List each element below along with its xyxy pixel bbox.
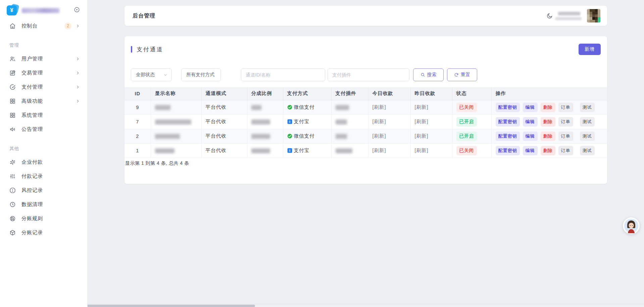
floating-avatar-button[interactable] <box>623 217 640 234</box>
chevron-right-icon <box>76 99 80 103</box>
orders-button[interactable]: 订单 <box>558 117 573 126</box>
edit-button[interactable]: 编辑 <box>523 117 538 126</box>
cell-channel-mode: 平台代收 <box>201 143 247 158</box>
cell-yesterday-income: [刷新] <box>410 129 452 143</box>
sidebar-item-corporate-payment[interactable]: 企业付款 <box>0 155 87 169</box>
sidebar-item-dashboard[interactable]: 控制台 2 <box>0 19 87 33</box>
payment-method-select[interactable]: 所有支付方式 <box>181 68 221 81</box>
search-button[interactable]: 搜索 <box>413 68 444 81</box>
edit-button[interactable]: 编辑 <box>523 132 538 141</box>
orders-button[interactable]: 订单 <box>558 132 573 141</box>
refresh-link[interactable]: [刷新] <box>415 133 429 139</box>
channels-table: ID 显示名称 通道模式 分成比例 支付方式 支付插件 今日收款 昨日收款 状态… <box>125 87 607 158</box>
edit-icon <box>9 70 16 76</box>
configure-keys-button[interactable]: 配置密钥 <box>496 146 520 155</box>
table-header-row: ID 显示名称 通道模式 分成比例 支付方式 支付插件 今日收款 昨日收款 状态… <box>125 87 607 100</box>
configure-keys-button[interactable]: 配置密钥 <box>496 103 520 112</box>
table-row: 9 平台代收 微信支付 [刷新] [刷新] <box>125 100 607 114</box>
cell-yesterday-income: [刷新] <box>410 114 452 129</box>
sidebar-item-label: 控制台 <box>21 23 38 29</box>
sidebar-item-transaction-management[interactable]: 交易管理 <box>0 66 87 80</box>
cell-split-ratio-redacted <box>247 100 283 114</box>
sidebar: ¥ 控制台 2 管理 用户管理 <box>0 0 88 307</box>
delete-button[interactable]: 删除 <box>541 132 555 141</box>
refresh-link[interactable]: [刷新] <box>415 148 429 153</box>
col-header-id: ID <box>125 87 151 100</box>
cell-id: 7 <box>125 114 151 129</box>
sidebar-collapse-icon[interactable] <box>74 7 80 13</box>
brand-name-redacted <box>22 8 59 13</box>
sidebar-item-payment-management[interactable]: 支付管理 <box>0 80 87 94</box>
configure-keys-button[interactable]: 配置密钥 <box>496 132 520 141</box>
sidebar-item-split-rules[interactable]: 分账规则 <box>0 211 87 225</box>
sidebar-item-system-management[interactable]: 系统管理 <box>0 108 87 122</box>
dark-mode-moon-icon[interactable] <box>546 13 553 19</box>
status-select-value: 全部状态 <box>136 72 155 78</box>
sidebar-item-data-cleanup[interactable]: 数据清理 <box>0 197 87 211</box>
test-button[interactable]: 测试 <box>580 103 595 112</box>
col-header-channel-mode: 通道模式 <box>201 87 247 100</box>
col-header-status: 状态 <box>452 87 491 100</box>
sidebar-item-label: 高级功能 <box>21 98 43 104</box>
sidebar-item-announcement-management[interactable]: 公告管理 <box>0 122 87 136</box>
reset-button[interactable]: 重置 <box>447 68 477 81</box>
cell-id: 1 <box>125 143 151 158</box>
table-row: 7 平台代收 支 支付宝 [刷新] [刷新] <box>125 114 607 129</box>
delete-button[interactable]: 删除 <box>541 103 555 112</box>
sidebar-item-risk-records[interactable]: 风控记录 <box>0 183 87 197</box>
refresh-link[interactable]: [刷新] <box>373 119 386 124</box>
channel-id-input[interactable] <box>241 68 325 81</box>
status-badge: 已开启 <box>456 132 477 141</box>
edit-button[interactable]: 编辑 <box>523 146 538 155</box>
sidebar-section-title: 管理 <box>0 33 87 52</box>
test-button[interactable]: 测试 <box>580 117 595 126</box>
username-redacted[interactable] <box>558 12 582 20</box>
sidebar-section-title: 其他 <box>0 136 87 155</box>
chevron-right-icon <box>76 71 80 75</box>
payment-plugin-input[interactable] <box>328 68 409 81</box>
cell-pay-method: 微信支付 <box>283 100 331 114</box>
table-row: 1 平台代收 支 支付宝 [刷新] [刷新] <box>125 143 607 158</box>
orders-button[interactable]: 订单 <box>558 146 573 155</box>
test-button[interactable]: 测试 <box>580 132 595 141</box>
package-icon <box>9 229 16 236</box>
cell-pay-plugin-redacted <box>331 114 368 129</box>
sidebar-item-label: 企业付款 <box>21 159 43 165</box>
pay-method-label: 微信支付 <box>294 104 315 110</box>
cell-today-income: [刷新] <box>368 100 410 114</box>
cell-actions: 配置密钥编辑删除订单测试 <box>491 114 607 129</box>
sidebar-item-split-records[interactable]: 分账记录 <box>0 225 87 240</box>
cell-pay-method: 支 支付宝 <box>283 143 331 158</box>
test-button[interactable]: 测试 <box>580 146 595 155</box>
orders-button[interactable]: 订单 <box>558 103 573 112</box>
status-select[interactable]: 全部状态 <box>131 68 172 81</box>
sidebar-item-advanced-features[interactable]: 高级功能 <box>0 94 87 108</box>
delete-button[interactable]: 删除 <box>541 146 555 155</box>
cell-actions: 配置密钥编辑删除订单测试 <box>491 143 607 158</box>
search-icon <box>420 72 425 77</box>
sidebar-item-user-management[interactable]: 用户管理 <box>0 52 87 66</box>
user-avatar[interactable] <box>587 9 600 22</box>
clock-icon <box>9 201 16 208</box>
cell-status: 已关闭 <box>452 143 491 158</box>
page-title: 支付通道 <box>137 46 163 53</box>
alipay-icon: 支 <box>287 148 292 153</box>
horizontal-scrollbar[interactable] <box>0 304 644 307</box>
refresh-link[interactable]: [刷新] <box>415 119 429 124</box>
sidebar-item-label: 用户管理 <box>21 56 43 62</box>
dashboard-badge: 2 <box>64 22 71 30</box>
delete-button[interactable]: 删除 <box>541 117 555 126</box>
add-button[interactable]: 新增 <box>579 44 601 55</box>
refresh-link[interactable]: [刷新] <box>373 133 386 139</box>
refresh-link[interactable]: [刷新] <box>415 104 429 110</box>
refresh-link[interactable]: [刷新] <box>373 104 386 110</box>
girl-avatar-image <box>624 218 639 233</box>
edit-button[interactable]: 编辑 <box>523 103 538 112</box>
cell-status: 已开启 <box>452 129 491 143</box>
status-badge: 已关闭 <box>456 146 477 155</box>
status-badge: 已关闭 <box>456 103 477 112</box>
configure-keys-button[interactable]: 配置密钥 <box>496 117 520 126</box>
home-icon <box>9 23 16 29</box>
sidebar-item-payment-records[interactable]: 付款记录 <box>0 169 87 183</box>
refresh-link[interactable]: [刷新] <box>373 148 386 153</box>
